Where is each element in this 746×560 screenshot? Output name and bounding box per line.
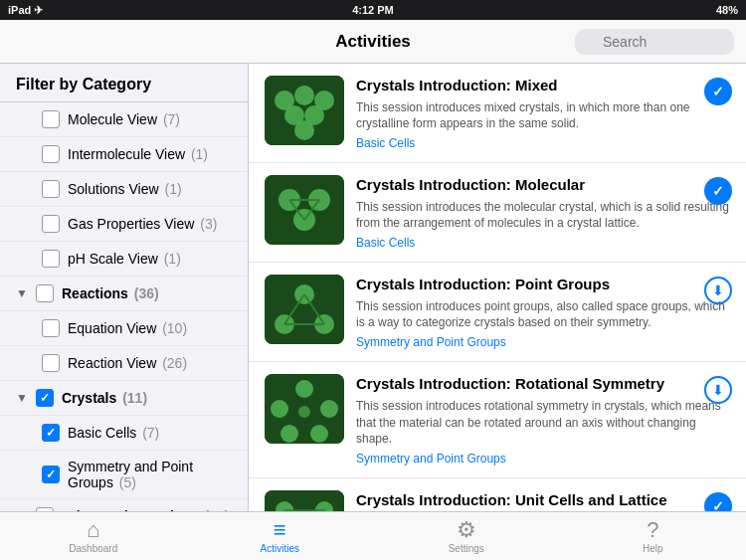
activity-thumbnail-molecular [265,175,344,245]
chevron-reactions: ▼ [16,286,28,300]
activity-description-point-groups: This session introduces point groups, al… [356,298,730,332]
activity-item-molecular[interactable]: Crystals Introduction: Molecular This se… [249,163,746,263]
sidebar-item-symmetry[interactable]: Symmetry and Point Groups (5) [0,451,248,499]
settings-icon: ⚙ [457,519,476,541]
activity-item-mixed[interactable]: Crystals Introduction: Mixed This sessio… [249,64,746,163]
svg-point-6 [294,120,314,140]
activities-icon: ≡ [274,519,286,541]
checkbox-intermolecule-view[interactable] [42,145,60,163]
checked-icon-unit-cells: ✓ [704,492,732,511]
checkbox-ph-scale[interactable] [42,250,60,268]
sidebar-label-basic-cells: Basic Cells (7) [68,425,159,441]
activity-item-rotational[interactable]: Crystals Introduction: Rotational Symmet… [249,362,746,478]
activity-thumbnail-unit-cells [265,490,344,511]
svg-point-23 [320,400,338,418]
activity-tag-mixed[interactable]: Basic Cells [356,136,730,150]
sidebar-item-equation-view[interactable]: Equation View (10) [0,311,248,346]
tab-dashboard-label: Dashboard [69,543,117,554]
activity-description-mixed: This session introduces mixed crystals, … [356,99,730,133]
main-content: Filter by Category Molecule View (7) Int… [0,64,746,511]
sidebar-label-intermolecule-view: Intermolecule View (1) [68,146,208,162]
activity-thumbnail-point-groups [265,275,344,344]
sidebar-section-advanced-reactions[interactable]: ▼ Advanced Reactions (48) [0,499,248,511]
activity-action-molecular[interactable]: ✓ [704,177,732,205]
nav-title: Activities [335,32,411,52]
checkbox-solutions-view[interactable] [42,180,60,198]
tab-activities-label: Activities [261,543,299,554]
tab-settings[interactable]: ⚙ Settings [373,519,560,554]
activity-description-molecular: This session introduces the molecular cr… [356,199,730,233]
sidebar-item-intermolecule-view[interactable]: Intermolecule View (1) [0,137,248,172]
sidebar-label-reaction-view: Reaction View (26) [68,355,187,371]
activity-title-unit-cells: Crystals Introduction: Unit Cells and La… [356,490,730,511]
checkbox-molecule-view[interactable] [42,110,60,128]
dashboard-icon: ⌂ [87,519,99,541]
download-icon-rotational: ⬇ [704,376,732,404]
sidebar-label-crystals: Crystals (11) [62,390,147,406]
activity-action-unit-cells[interactable]: ✓ [704,492,732,511]
activity-action-mixed[interactable]: ✓ [704,78,732,105]
activity-tag-point-groups[interactable]: Symmetry and Point Groups [356,335,730,349]
status-bar-left: iPad ✈ [8,4,43,17]
status-bar: iPad ✈ 4:12 PM 48% [0,0,746,20]
checkbox-basic-cells[interactable] [42,424,60,442]
activity-description-rotational: This session introduces rotational symme… [356,398,730,448]
activity-content-molecular: Crystals Introduction: Molecular This se… [356,175,730,250]
sidebar-label-reactions: Reactions (36) [62,285,159,301]
activity-action-point-groups[interactable]: ⬇ [704,277,732,304]
sidebar-label-gas-properties: Gas Properties View (3) [68,216,217,232]
battery-label: 48% [716,4,738,16]
sidebar-label-equation-view: Equation View (10) [68,320,187,336]
svg-point-26 [271,400,288,418]
sidebar-item-ph-scale[interactable]: pH Scale View (1) [0,242,248,277]
sidebar-item-gas-properties[interactable]: Gas Properties View (3) [0,207,248,242]
activity-thumbnail-rotational [265,374,344,444]
sidebar-item-solutions-view[interactable]: Solutions View (1) [0,172,248,207]
activity-title-rotational: Crystals Introduction: Rotational Symmet… [356,374,730,394]
activity-action-rotational[interactable]: ⬇ [704,376,732,404]
svg-point-24 [310,425,328,443]
sidebar-item-reaction-view[interactable]: Reaction View (26) [0,346,248,381]
sidebar-section-reactions[interactable]: ▼ Reactions (36) [0,277,248,311]
activity-tag-rotational[interactable]: Symmetry and Point Groups [356,452,730,466]
svg-point-22 [295,380,313,398]
checkbox-reaction-view[interactable] [42,354,60,372]
sidebar-label-ph-scale: pH Scale View (1) [68,251,181,267]
tab-dashboard[interactable]: ⌂ Dashboard [0,519,187,554]
sidebar-label-molecule-view: Molecule View (7) [68,111,180,127]
sidebar-header: Filter by Category [0,64,248,102]
activity-item-point-groups[interactable]: Crystals Introduction: Point Groups This… [249,263,746,362]
activity-content-unit-cells: Crystals Introduction: Unit Cells and La… [356,490,730,511]
tab-help-label: Help [643,543,663,554]
checkbox-equation-view[interactable] [42,319,60,337]
chevron-crystals: ▼ [16,391,28,405]
help-icon: ? [647,519,658,541]
activity-item-unit-cells[interactable]: Crystals Introduction: Unit Cells and La… [249,478,746,511]
activity-title-mixed: Crystals Introduction: Mixed [356,76,730,95]
checkbox-symmetry[interactable] [42,466,60,483]
sidebar-section-crystals[interactable]: ▼ Crystals (11) [0,381,248,416]
ipad-label: iPad ✈ [8,4,43,17]
tab-settings-label: Settings [449,543,484,554]
checkbox-gas-properties[interactable] [42,215,60,233]
sidebar-item-molecule-view[interactable]: Molecule View (7) [0,102,248,137]
activity-thumbnail-mixed [265,76,344,145]
sidebar-item-basic-cells[interactable]: Basic Cells (7) [0,416,248,451]
tab-help[interactable]: ? Help [560,519,747,554]
sidebar-label-symmetry: Symmetry and Point Groups (5) [68,459,232,490]
sidebar: Filter by Category Molecule View (7) Int… [0,64,249,511]
search-input[interactable] [575,29,734,55]
activity-tag-molecular[interactable]: Basic Cells [356,236,730,250]
status-bar-time: 4:12 PM [352,4,394,16]
activity-title-point-groups: Crystals Introduction: Point Groups [356,275,730,294]
svg-point-27 [298,406,310,418]
activity-content-point-groups: Crystals Introduction: Point Groups This… [356,275,730,349]
nav-bar: Activities 🔍 [0,20,746,64]
checkbox-reactions[interactable] [36,284,54,302]
tab-activities[interactable]: ≡ Activities [187,519,374,554]
checked-icon-molecular: ✓ [704,177,732,205]
checkbox-crystals[interactable] [36,389,54,407]
svg-point-25 [280,425,298,443]
sidebar-label-solutions-view: Solutions View (1) [68,181,182,197]
activity-content-mixed: Crystals Introduction: Mixed This sessio… [356,76,730,150]
